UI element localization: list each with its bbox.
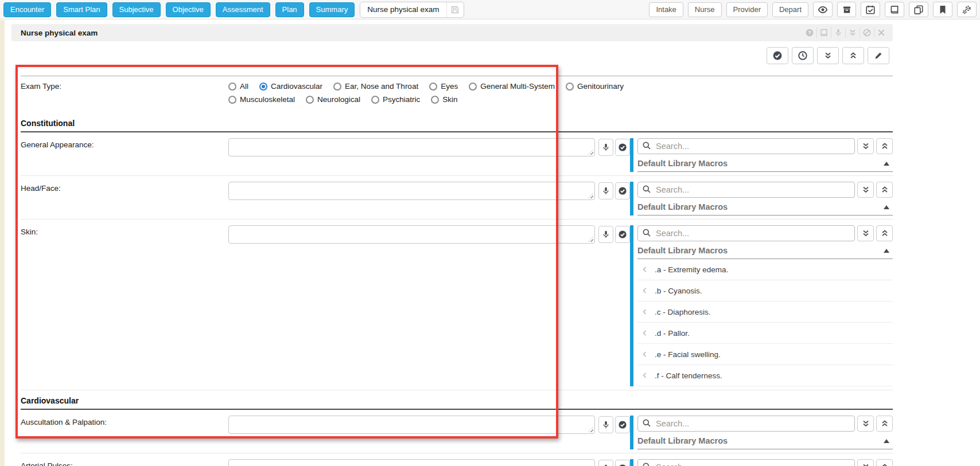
expand-macros-button[interactable] [857, 182, 874, 198]
confirm-check-button[interactable] [615, 182, 630, 199]
help-icon[interactable] [802, 28, 816, 38]
head-face-textarea[interactable] [228, 182, 595, 200]
radio-icon[interactable] [371, 96, 379, 104]
nav-button-smart-plan[interactable]: Smart Plan [56, 2, 107, 17]
nav-button-objective[interactable]: Objective [166, 2, 211, 17]
stage-button-nurse[interactable]: Nurse [688, 2, 722, 17]
collapse-macros-button[interactable] [876, 182, 893, 198]
stage-button-intake[interactable]: Intake [649, 2, 683, 17]
dictate-mic-button[interactable] [598, 139, 613, 156]
expand-macros-button[interactable] [857, 138, 874, 154]
radio-icon[interactable] [429, 83, 437, 91]
macro-search-input[interactable] [637, 182, 855, 198]
chevron-left-icon [640, 265, 650, 274]
expand-all-button[interactable] [817, 47, 839, 64]
confirm-check-button[interactable] [615, 416, 630, 433]
collapse-caret-icon[interactable] [884, 205, 889, 209]
radio-neurological[interactable]: Neurological [306, 95, 360, 104]
bookmark-icon[interactable] [933, 2, 952, 17]
macro-item-cyanosis[interactable]: .b - Cyanosis. [637, 280, 893, 301]
active-form-tab[interactable]: Nurse physical exam [360, 2, 464, 18]
settings-gears-icon[interactable] [957, 2, 977, 17]
radio-ear-nose-throat[interactable]: Ear, Nose and Throat [333, 82, 418, 91]
arterial-pulses-textarea[interactable] [228, 459, 595, 466]
macro-library-header[interactable]: Default Library Macros [637, 201, 893, 216]
collapse-all-icon[interactable] [845, 28, 860, 38]
macro-library-header[interactable]: Default Library Macros [637, 435, 893, 449]
macro-search-input[interactable] [637, 225, 855, 241]
radio-icon[interactable] [566, 83, 574, 91]
macro-item-diaphoresis[interactable]: .c - Diaphoresis. [637, 301, 893, 323]
nurse-physical-exam-panel: Nurse physical exam Exam Type: All Cardi… [5, 24, 893, 466]
close-icon[interactable] [874, 28, 888, 38]
radio-icon[interactable] [228, 96, 236, 104]
nav-button-subjective[interactable]: Subjective [112, 2, 161, 17]
radio-all[interactable]: All [228, 82, 248, 91]
dictate-mic-button[interactable] [598, 460, 613, 466]
confirm-check-button[interactable] [615, 139, 630, 156]
macro-search-input[interactable] [637, 416, 855, 432]
search-icon [642, 462, 651, 466]
dictate-mic-button[interactable] [598, 226, 613, 243]
search-icon [642, 185, 651, 194]
radio-icon[interactable] [306, 96, 314, 104]
radio-musculoskeletal[interactable]: Musculoskeletal [228, 95, 295, 104]
expand-macros-button[interactable] [857, 459, 874, 466]
expand-macros-button[interactable] [857, 416, 874, 432]
confirm-check-button[interactable] [615, 460, 630, 466]
radio-skin[interactable]: Skin [431, 95, 457, 104]
edit-pencil-button[interactable] [868, 47, 889, 64]
skin-textarea[interactable] [228, 225, 595, 244]
radio-psychiatric[interactable]: Psychiatric [371, 95, 420, 104]
eye-icon[interactable] [813, 2, 833, 17]
collapse-caret-icon[interactable] [884, 439, 889, 443]
radio-genitourinary[interactable]: Genitourinary [566, 82, 624, 91]
general-appearance-textarea[interactable] [228, 138, 595, 156]
nav-button-encounter[interactable]: Encounter [3, 2, 51, 17]
radio-cardiovascular[interactable]: Cardiovascular [259, 82, 322, 91]
microphone-icon[interactable] [831, 28, 845, 38]
macro-item-pallor[interactable]: .d - Pallor. [637, 323, 893, 344]
collapse-macros-button[interactable] [876, 138, 893, 154]
dictate-mic-button[interactable] [598, 416, 613, 433]
confirm-check-button[interactable] [615, 226, 630, 243]
radio-general-multi-system[interactable]: General Multi-System [469, 82, 555, 91]
macro-search-input[interactable] [637, 138, 855, 154]
macro-item-extremity-edema[interactable]: .a - Extremity edema. [637, 259, 893, 280]
macro-item-facial-swelling[interactable]: .e - Facial swelling. [637, 344, 893, 365]
auscultation-palpation-textarea[interactable] [228, 416, 595, 434]
stage-button-provider[interactable]: Provider [726, 2, 768, 17]
radio-icon[interactable] [259, 83, 267, 91]
radio-icon[interactable] [228, 83, 236, 91]
field-label: Arterial Pulses: [21, 459, 228, 466]
collapse-macros-button[interactable] [876, 225, 893, 241]
disable-icon[interactable] [860, 28, 874, 38]
collapse-all-button[interactable] [842, 47, 864, 64]
book-icon[interactable] [885, 2, 904, 17]
radio-icon[interactable] [469, 83, 477, 91]
nav-button-plan[interactable]: Plan [275, 2, 304, 17]
stage-button-depart[interactable]: Depart [772, 2, 808, 17]
expand-macros-button[interactable] [857, 225, 874, 241]
collapse-caret-icon[interactable] [884, 162, 889, 166]
macro-search-input[interactable] [637, 459, 855, 466]
book-icon[interactable] [816, 28, 831, 38]
calendar-check-icon[interactable] [861, 2, 880, 17]
complete-check-button[interactable] [767, 47, 788, 64]
macro-library-header[interactable]: Default Library Macros [637, 158, 893, 172]
copy-icon[interactable] [909, 2, 928, 17]
dictate-mic-button[interactable] [598, 182, 613, 199]
macro-library-header[interactable]: Default Library Macros [637, 245, 893, 259]
macro-item-calf-tenderness[interactable]: .f - Calf tenderness. [637, 365, 893, 386]
collapse-macros-button[interactable] [876, 416, 893, 432]
collapse-macros-button[interactable] [876, 459, 893, 466]
nav-button-summary[interactable]: Summary [309, 2, 355, 17]
history-clock-button[interactable] [792, 47, 814, 64]
collapse-caret-icon[interactable] [884, 249, 889, 253]
nav-button-assessment[interactable]: Assessment [216, 2, 270, 17]
archive-icon[interactable] [837, 2, 856, 17]
save-icon[interactable] [446, 2, 464, 17]
radio-icon[interactable] [431, 96, 439, 104]
radio-eyes[interactable]: Eyes [429, 82, 458, 91]
radio-icon[interactable] [333, 83, 341, 91]
